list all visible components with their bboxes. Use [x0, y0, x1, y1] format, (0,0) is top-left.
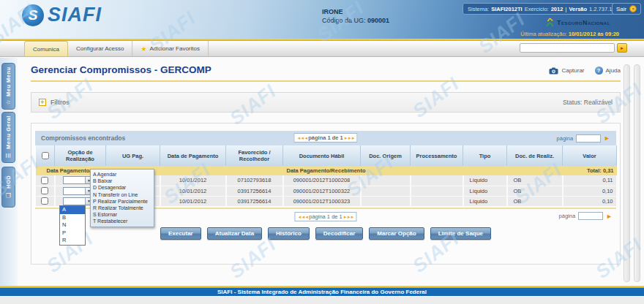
realization-options-dropdown: A Agendar B Baixar D Desagendar N Transf…: [90, 169, 154, 227]
page-title: Gerenciar Compromissos - GERCOMP: [31, 64, 211, 75]
sidebar-item-meu-menu[interactable]: ☆ Meu Menu: [1, 63, 15, 110]
last-update-value: 10/01/2012 às 09:20: [569, 31, 619, 37]
listbox-option-p[interactable]: P: [60, 229, 85, 238]
panel-edge-bar: [624, 64, 630, 282]
col-doc-realiz: Doc. de Realiz.: [507, 145, 563, 166]
title-underline: [31, 80, 621, 82]
dropdown-item-realizar-totalmente[interactable]: R Realizar Totalmente: [93, 205, 151, 211]
expand-filters-icon[interactable]: +: [39, 99, 46, 106]
row-checkbox[interactable]: [41, 177, 48, 184]
logout-label: Sair: [616, 6, 626, 12]
dropdown-item-transferir[interactable]: N Transferir on Line: [93, 191, 151, 198]
last-update-label: Última atualização:: [520, 31, 566, 37]
capture-button[interactable]: Capturar: [549, 67, 584, 75]
decodificar-button[interactable]: Decodificar: [315, 227, 364, 240]
prev-page-icon[interactable]: ◄◄◄: [296, 136, 307, 140]
next-page-icon[interactable]: ►►►: [344, 136, 355, 140]
help-icon: ?: [595, 66, 603, 75]
tab-label: Configurar Acesso: [76, 45, 124, 52]
limite-de-saque-button[interactable]: Limite de Saque: [430, 227, 491, 240]
footer-bar: SIAFI - Sistema Integrado de Administraç…: [0, 288, 644, 296]
page-number-input[interactable]: [576, 134, 601, 142]
cell-documento: 090001/2012T1000208: [283, 175, 361, 186]
logout-button[interactable]: Sair ×: [612, 3, 641, 15]
select-all-cell: [36, 145, 55, 166]
dropdown-item-estornar[interactable]: S Estornar: [93, 211, 151, 218]
col-doc-origem: Doc. Origem: [361, 145, 411, 166]
dropdown-item-desagendar[interactable]: D Desagendar: [93, 184, 151, 191]
exercise-label: Exercício:: [525, 6, 549, 12]
table-header-row: Opção de Realização UG Pag. Data de Paga…: [36, 145, 617, 166]
tab-adicionar-favoritos[interactable]: ★ Adicionar Favoritos: [132, 41, 209, 56]
system-value: SIAFI2012TI: [491, 6, 523, 12]
prev-page-icon[interactable]: ◄◄◄: [297, 215, 308, 219]
opcao-select[interactable]: ▼: [63, 176, 94, 184]
cell-doc-origem: [361, 196, 411, 206]
col-data-pagamento: Data de Pagamento: [160, 145, 226, 166]
treasury-icon: [544, 18, 555, 27]
quick-search: ►: [520, 43, 627, 53]
row-checkbox[interactable]: [41, 187, 48, 194]
cell-doc-realiz: OB: [507, 186, 563, 196]
cell-valor: 0,10: [563, 196, 617, 206]
footer-bottom: [0, 296, 644, 304]
sidebar-item-menu-geral[interactable]: ☰ Menu Geral: [1, 112, 15, 163]
executar-button[interactable]: Executar: [160, 227, 201, 240]
page-label: página: [557, 135, 574, 142]
divider: |: [565, 6, 566, 12]
page-number-input[interactable]: [578, 212, 603, 220]
cell-favorecido: 03917256614: [226, 186, 283, 196]
tab-comunica[interactable]: Comunica: [24, 41, 68, 56]
dropdown-item-restabelecer[interactable]: T Restabelecer: [93, 218, 151, 224]
results-header-bar: Compromissos encontrados ◄◄◄ página 1 de…: [35, 131, 616, 145]
group-label-center: Data Pagamento/Recebimento: [287, 167, 366, 174]
atualizar-data-button[interactable]: Atualizar Data: [207, 227, 262, 240]
cell-data-pagamento: 10/01/2012: [160, 196, 226, 206]
version-label: Versão: [569, 6, 587, 12]
terminal-icon: ❏: [5, 192, 12, 199]
page-indicator: página 1 de 1: [308, 134, 343, 141]
dropdown-item-baixar[interactable]: B Baixar: [93, 178, 151, 184]
col-favorecido: Favorecido / Recolhedor: [226, 145, 283, 166]
help-button[interactable]: ? Ajuda: [595, 66, 621, 75]
marcar-opcao-button[interactable]: Marcar Opção: [369, 227, 424, 240]
status-value: Realizável: [584, 99, 613, 106]
go-page-icon[interactable]: ►: [606, 213, 613, 220]
search-input[interactable]: [520, 43, 615, 53]
star-icon: ★: [141, 45, 146, 53]
col-processamento: Processamento: [411, 145, 463, 166]
dropdown-item-agendar[interactable]: A Agendar: [93, 171, 151, 178]
total-value: 0,31: [603, 167, 614, 174]
opcao-select-listbox: A B N P R: [59, 205, 86, 246]
listbox-option-n[interactable]: N: [60, 221, 85, 229]
opcao-select[interactable]: ▼: [63, 187, 94, 195]
cell-valor: 0,11: [563, 175, 617, 186]
select-all-checkbox[interactable]: [42, 152, 49, 159]
status-badge: Status: Realizável: [563, 99, 613, 106]
dropdown-item-realizar-parcialmente[interactable]: P Realizar Parcialmente: [93, 198, 151, 205]
cell-processamento: [411, 196, 463, 206]
ug-label: Código da UG:: [322, 17, 366, 24]
cell-processamento: [411, 175, 463, 186]
tab-configurar-acesso[interactable]: Configurar Acesso: [68, 41, 132, 56]
sidebar-item-hod[interactable]: ❏ HOD: [1, 167, 15, 208]
listbox-option-a[interactable]: A: [60, 206, 85, 214]
listbox-option-b[interactable]: B: [60, 214, 85, 222]
next-page-icon[interactable]: ►►►: [343, 215, 354, 219]
status-label: Status:: [563, 99, 582, 106]
action-buttons: Executar Atualizar Data Histórico Decodi…: [31, 227, 620, 240]
go-page-icon[interactable]: ►: [604, 134, 610, 142]
historico-button[interactable]: Histórico: [268, 227, 310, 240]
camera-icon: [549, 67, 558, 75]
listbox-option-r[interactable]: R: [60, 237, 85, 245]
page-label: página: [559, 213, 576, 219]
search-go-button[interactable]: ►: [617, 43, 627, 53]
sidebar-item-label: Meu Menu: [5, 66, 12, 96]
capture-label: Capturar: [561, 67, 584, 74]
total-label: Total:: [587, 167, 602, 174]
cell-documento: 090001/2012T1000322: [283, 186, 361, 196]
app-header: S SIAFI IRONE Código da UG: 090001 Siste…: [0, 0, 644, 39]
star-icon: ☆: [5, 99, 12, 106]
opcao-select[interactable]: ▼: [63, 197, 94, 205]
row-checkbox[interactable]: [41, 197, 48, 205]
